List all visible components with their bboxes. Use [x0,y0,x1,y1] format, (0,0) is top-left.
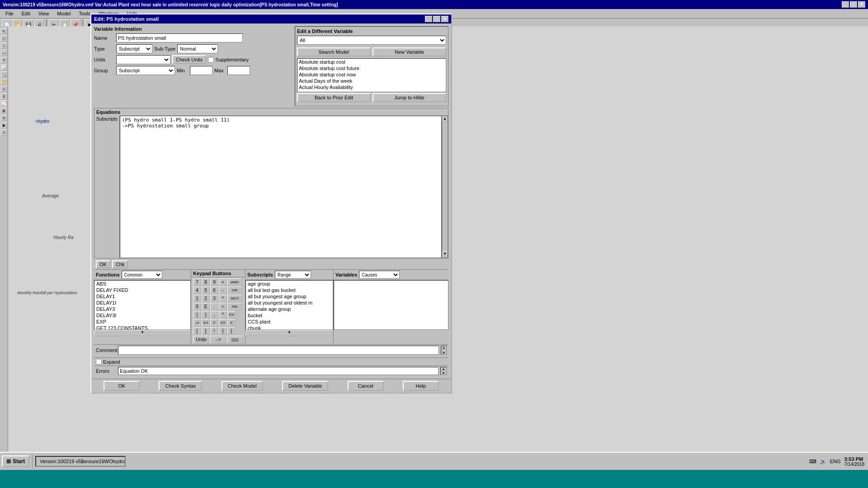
func-delay1[interactable]: DELAY1 [94,293,190,300]
func-exp[interactable]: EXP [94,319,190,325]
sidebar-chart[interactable]: 📊 [1,64,7,70]
kp-4[interactable]: 4 [193,286,201,294]
kp-comma[interactable]: , [210,311,218,319]
sub-bucket[interactable]: bucket [246,312,333,319]
expand-checkbox[interactable] [96,359,102,365]
scroll-down[interactable]: ▼ [442,251,448,258]
menu-view[interactable]: View [35,10,53,17]
kp-2[interactable]: 2 [202,295,210,302]
dialog-minimize[interactable]: _ [425,16,432,22]
kp-gte[interactable]: >= [202,319,210,327]
sub-ccs[interactable]: CCS plant [246,319,333,325]
err-scroll-down[interactable]: ▼ [441,371,446,375]
sidebar-hand[interactable]: ✋ [1,79,7,85]
sidebar-text[interactable]: T [1,57,7,63]
kp-3[interactable]: 3 [210,295,218,302]
subtype-select[interactable]: Normal [177,44,218,53]
func-delay3[interactable]: DELAY3 [94,306,190,312]
kp-neq[interactable]: <> [227,311,236,319]
kp-rcurly[interactable]: } [227,327,236,335]
kp-lte[interactable]: <= [219,319,227,327]
menu-file[interactable]: File [2,10,17,17]
kp-minus[interactable]: - [219,286,227,294]
kp-not[interactable]: :NOT: [227,295,242,302]
units-select[interactable] [116,55,170,64]
kp-dot[interactable]: . [210,303,218,310]
func-delay3i[interactable]: DELAY3I [94,312,190,319]
kp-8[interactable]: 8 [202,278,210,286]
sidebar-info[interactable]: ℹ [1,93,7,99]
kp-or[interactable]: :OR: [227,286,242,294]
sidebar-table[interactable]: ⊞ [1,108,7,114]
kp-mul[interactable]: * [219,295,227,302]
kp-lparen[interactable]: ( [193,311,201,319]
start-button[interactable]: ⊞ Start [2,455,29,467]
func-delay-fixed[interactable]: DELAY FIXED [94,287,190,293]
dialog-maximize[interactable]: □ [433,16,440,22]
func-scroll-down[interactable]: ▼ [94,330,191,336]
kp-arrow2[interactable]: --> [210,336,226,343]
sidebar-line[interactable]: — [1,50,7,56]
sub-all-young-old[interactable]: all but youngest and oldest m [246,300,333,306]
kp-undo[interactable]: Undo [193,336,209,343]
delete-variable-btn[interactable]: Delete Variable [282,381,328,391]
err-scroll-up[interactable]: ▲ [441,367,446,371]
func-delay1i[interactable]: DELAY1I [94,300,190,306]
kp-lcurly[interactable]: { [219,327,227,335]
check-syntax-btn[interactable]: Check Syntax [159,381,202,391]
kp-special[interactable]: {{{}}} [227,336,243,343]
inline-ok-btn[interactable]: OK [96,260,110,268]
kp-9[interactable]: 9 [210,278,218,286]
kp-7[interactable]: 7 [193,278,201,286]
subscripts-filter[interactable]: Range All Mapping [275,271,311,279]
sidebar-circle[interactable]: ○ [1,42,7,49]
kp-lt[interactable]: < [227,319,236,327]
variables-filter[interactable]: Causes All Affected by [359,271,400,279]
menu-edit[interactable]: Edit [18,10,34,17]
kp-eq[interactable]: = [210,319,218,327]
kp-div[interactable]: ÷ [219,303,227,310]
var-item[interactable]: Absolute startup cost now [297,71,446,78]
func-abs[interactable]: ABS [94,281,190,287]
sidebar-analysis[interactable]: ≈ [1,129,7,136]
sidebar-zoom[interactable]: 🔍 [1,71,7,78]
comment-scroll-up[interactable]: ▲ [441,346,446,349]
name-input[interactable] [116,33,243,42]
sidebar-box[interactable]: □ [1,35,7,42]
sidebar-arrow[interactable]: ↖ [1,28,7,34]
kp-plus[interactable]: + [219,278,227,286]
comment-input[interactable] [118,346,439,355]
back-prior-btn[interactable]: Back to Prior Edit [297,93,371,102]
cancel-btn[interactable]: Cancel [348,381,384,391]
kp-na[interactable]: :NA: [227,303,242,310]
sub-all-but-last[interactable]: all but last gas bucket [246,287,333,293]
var-item[interactable]: Actual Days of the week [297,78,446,84]
functions-filter[interactable]: Common All Statistical [122,271,162,279]
sub-age-group[interactable]: age group [246,281,333,287]
sub-alternate[interactable]: alternate age group [246,306,333,312]
menu-model[interactable]: Model [53,10,74,17]
var-item[interactable]: Absolute startup cost [297,59,446,65]
help-btn[interactable]: Help [403,381,439,391]
check-units-btn[interactable]: Check Units [172,55,206,64]
dialog-close[interactable]: ✕ [441,16,448,22]
expand-check[interactable]: Expand [96,359,447,365]
supplementary-checkbox[interactable] [208,57,214,63]
kp-excl[interactable]: ! [210,327,218,335]
func-get123c[interactable]: GET 123 CONSTANTS [94,325,190,330]
kp-caret[interactable]: ^ [219,311,227,319]
sidebar-run2[interactable]: ▶ [1,122,7,128]
kp-arrow[interactable]: -> [193,319,201,327]
var-filter-select[interactable]: All Level Rate Auxiliary Constant [297,36,446,45]
sub-all-youngest[interactable]: all but youngest age group [246,293,333,300]
kp-lbracket[interactable]: [ [193,327,201,335]
inline-chk-btn[interactable]: Chk [112,260,128,268]
supplementary-check[interactable]: Supplementary [208,57,249,63]
kp-1[interactable]: 1 [193,295,201,302]
scroll-up[interactable]: ▲ [442,116,448,122]
sub-scroll-down[interactable]: ▼ [245,330,333,336]
edit-var-list[interactable]: Absolute startup cost Absolute startup c… [297,58,446,92]
kp-rparen[interactable]: ) [202,311,210,319]
sidebar-graph[interactable]: 📈 [1,100,7,107]
min-input[interactable] [190,66,212,75]
